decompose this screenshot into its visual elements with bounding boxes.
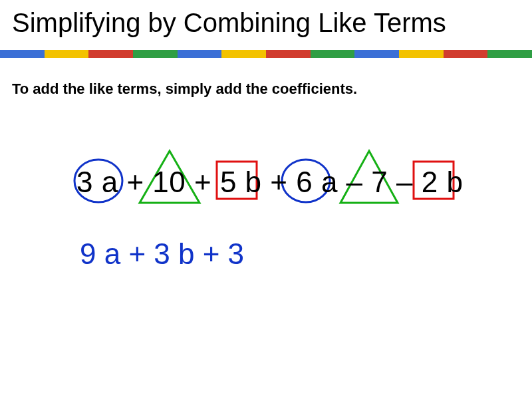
expression-area: 3 a + 10 + 5 b + 6 a – 7 – 2 b [0,144,532,224]
simplified-answer: 9 a + 3 b + 3 [0,237,532,271]
slide-title: Simplifying by Combining Like Terms [0,0,532,50]
expression-text: 3 a + 10 + 5 b + 6 a – 7 – 2 b [76,166,463,199]
decorative-stripe [0,50,532,58]
slide-subtitle: To add the like terms, simply add the co… [0,58,532,98]
